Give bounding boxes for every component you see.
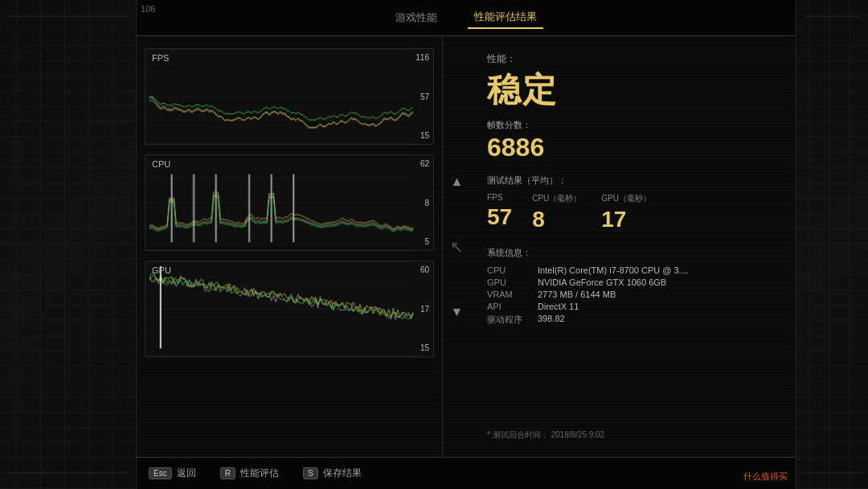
scroll-up-arrow[interactable]: ▲ (451, 175, 464, 189)
right-panel: 𓀀𓁀𓂀 𓄀𓅀𓆀 𓈀𓉀𓊀 𓌀𓍀𓎀 𓀁𓁁𓂁 𓄁𓅁𓆁 𓈁𓉁𓊁 𓌁𓍁𓎁 𓀂𓁂𓂂 𓄂𓅂𓆂 … (796, 0, 868, 489)
timestamp: * 测试回合时间： 2018/8/25 9:02 (487, 429, 780, 441)
tab-game-perf[interactable]: 游戏性能 (389, 7, 444, 28)
info-row-vram: VRAM 2773 MB / 6144 MB (487, 290, 780, 299)
gpu-info-val: NVIDIA GeForce GTX 1060 6GB (538, 277, 666, 287)
cpu-chart: CPU 62 8 5 (145, 154, 434, 251)
perf-action[interactable]: R 性能评估 (220, 466, 279, 480)
api-info-key: API (487, 302, 531, 311)
arrow-panel: ▲ ↖ ▼ (443, 36, 471, 457)
main-container: 游戏性能 性能评估结果 FPS 116 57 15 CPU 62 8 5 (137, 0, 796, 489)
cpu-chart-min: 5 (424, 237, 429, 246)
save-action[interactable]: S 保存结果 (303, 466, 362, 480)
fps-chart: FPS 116 57 15 (145, 48, 434, 145)
gpu-chart-mid: 17 (420, 305, 429, 314)
gpu-chart-label: GPU (152, 265, 171, 275)
gpu-chart-max: 60 (420, 265, 429, 274)
timestamp-label: * 测试回合时间： (487, 430, 549, 439)
save-label: 保存结果 (323, 466, 362, 480)
scroll-down-arrow[interactable]: ▼ (451, 305, 464, 319)
performance-label: 性能： (487, 52, 780, 66)
cpu-metric-value: 8 (532, 207, 581, 232)
perf-key: R (220, 467, 235, 479)
save-key: S (303, 467, 318, 479)
info-row-api: API DirectX 11 (487, 302, 780, 311)
page-number: 106 (141, 4, 155, 14)
watermark: 什么值得买 (743, 471, 788, 483)
stats-panel: 性能： 稳定 帧数分数： 6886 测试结果（平均）： FPS 57 CPU（毫… (471, 36, 796, 457)
cpu-chart-canvas (145, 155, 433, 250)
fps-chart-mid: 57 (420, 92, 429, 101)
tab-perf-results[interactable]: 性能评估结果 (468, 6, 543, 29)
cpu-chart-mid: 8 (424, 199, 429, 208)
cpu-chart-max: 62 (420, 159, 429, 168)
fps-chart-min: 15 (420, 131, 429, 140)
tab-bar: 游戏性能 性能评估结果 (137, 0, 796, 36)
vram-info-key: VRAM (487, 290, 531, 299)
fps-metric-value: 57 (487, 204, 512, 230)
gpu-metric: GPU（毫秒） 17 (601, 193, 651, 232)
driver-info-val: 398.82 (538, 314, 565, 326)
content-area: FPS 116 57 15 CPU 62 8 5 GPU 60 17 15 (137, 36, 796, 457)
vram-info-val: 2773 MB / 6144 MB (538, 290, 616, 299)
cpu-metric: CPU（毫秒） 8 (532, 193, 581, 232)
metrics-row: FPS 57 CPU（毫秒） 8 GPU（毫秒） 17 (487, 193, 780, 232)
driver-info-key: 驱动程序 (487, 314, 531, 326)
frames-value: 6886 (487, 133, 780, 162)
info-row-driver: 驱动程序 398.82 (487, 314, 780, 326)
gpu-chart-min: 15 (420, 343, 429, 352)
fps-chart-label: FPS (152, 53, 169, 63)
gpu-col-header: GPU（毫秒） (601, 193, 651, 204)
test-results-header: 测试结果（平均）： (487, 175, 780, 187)
cpu-info-val: Intel(R) Core(TM) i7-8700 CPU @ 3.... (538, 265, 689, 275)
fps-metric: FPS 57 (487, 193, 512, 232)
bottom-bar: Esc 返回 R 性能评估 S 保存结果 (137, 457, 796, 489)
info-table: CPU Intel(R) Core(TM) i7-8700 CPU @ 3...… (487, 265, 780, 326)
back-key: Esc (149, 467, 172, 479)
gpu-chart-canvas (145, 261, 433, 356)
info-row-cpu: CPU Intel(R) Core(TM) i7-8700 CPU @ 3...… (487, 265, 780, 275)
frames-label: 帧数分数： (487, 119, 780, 131)
charts-panel: FPS 116 57 15 CPU 62 8 5 GPU 60 17 15 (137, 36, 442, 457)
fps-chart-max: 116 (416, 53, 429, 62)
gpu-chart: GPU 60 17 15 (145, 261, 434, 357)
left-panel: 𓀀𓁀𓂀𓃀 𓄀𓅀𓆀𓇀 𓈀𓉀𓊀𓋀 𓌀𓍀𓎀𓏀 𓀁𓁁𓂁𓃁 𓄁𓅁𓆁𓇁 𓈁𓉁𓊁𓋁 𓌁𓍁𓎁𓏁 … (0, 0, 137, 489)
stable-text: 稳定 (487, 68, 780, 113)
timestamp-value: 2018/8/25 9:02 (551, 430, 604, 439)
info-row-gpu: GPU NVIDIA GeForce GTX 1060 6GB (487, 277, 780, 287)
cpu-chart-label: CPU (152, 159, 170, 169)
back-action[interactable]: Esc 返回 (149, 466, 196, 480)
cpu-col-header: CPU（毫秒） (532, 193, 581, 204)
perf-label: 性能评估 (240, 466, 279, 480)
fps-chart-canvas (145, 49, 433, 144)
back-label: 返回 (177, 466, 196, 480)
gpu-metric-value: 17 (601, 207, 651, 232)
api-info-val: DirectX 11 (538, 302, 579, 311)
cursor-icon: ↖ (450, 237, 464, 257)
gpu-info-key: GPU (487, 277, 531, 287)
system-info-header: 系统信息： (487, 247, 780, 259)
fps-col-header: FPS (487, 193, 512, 202)
cpu-info-key: CPU (487, 265, 531, 275)
